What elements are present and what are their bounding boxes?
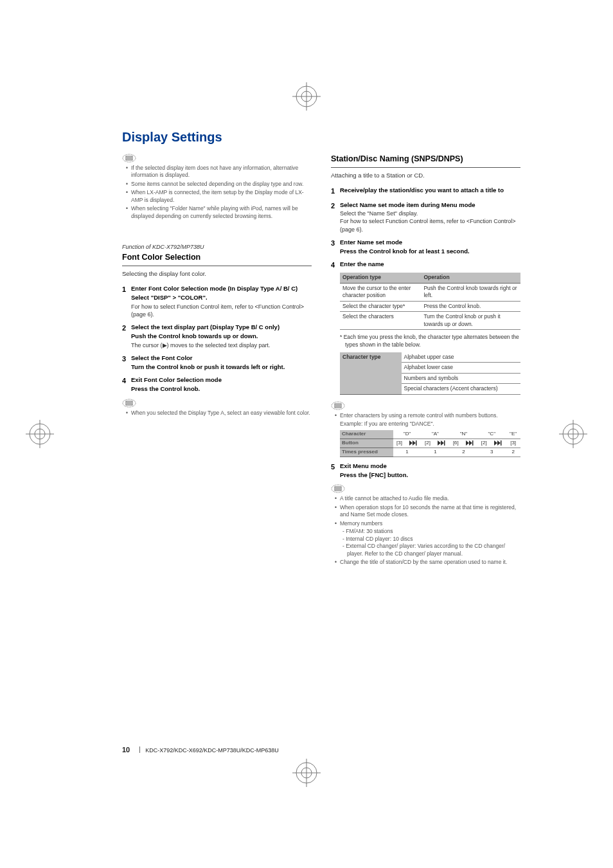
step-number: 1 [122,285,131,318]
svg-marker-37 [494,440,497,446]
table-cell: Alphabet upper case [402,352,520,363]
svg-marker-31 [438,440,441,446]
divider [331,167,520,168]
step: 3 Select the Font Color Turn the Control… [122,354,312,372]
step-desc: Select the "Name Set" display. For how t… [340,210,520,233]
step-desc: For how to select Function Control item,… [131,303,312,318]
note-item: Memory numbers - FM/AM: 30 stations - In… [335,520,520,557]
note-item: Change the title of station/CD by the sa… [335,559,520,566]
step-title: Select Name set mode item during Menu mo… [340,201,520,210]
step-action: Turn the Control knob or push it towards… [131,363,312,372]
note-icon [122,399,134,408]
step-title: Enter Font Color Selection mode (In Disp… [131,285,312,293]
note-icon [122,154,134,163]
svg-marker-34 [466,440,469,446]
topic-title: Font Color Selection [122,252,312,263]
step: 3 Enter Name set mode Press the Control … [331,239,520,256]
svg-rect-30 [416,440,417,446]
step-action: Push the Control knob towards up or down… [131,332,312,341]
right-column: Station/Disc Naming (SNPS/DNPS) Attachin… [331,154,520,568]
svg-point-20 [123,399,136,407]
svg-rect-33 [444,440,445,446]
topic-lead: Selecting the display font color. [122,270,312,278]
table-cell: "C" [477,430,506,439]
footer-divider [139,746,140,753]
table-cell: "E" [506,430,520,439]
svg-marker-38 [497,440,501,446]
registration-mark-left [26,420,54,448]
step: 4 Exit Font Color Selection mode Press t… [122,376,312,393]
registration-mark-bottom [292,759,321,787]
step: 4 Enter the name [331,260,520,270]
table-header: Times pressed [340,448,393,457]
skip-icon [405,439,421,448]
step-number: 5 [331,462,340,480]
table-cell: Select the characters [340,312,421,330]
table-cell: 2 [449,448,477,457]
step: 5 Exit Menu mode Press the [FNC] button. [331,462,520,480]
footnote: * Each time you press the knob, the char… [340,334,520,348]
table-cell: "D" [393,430,422,439]
svg-point-16 [123,154,136,162]
step: 2 Select the text display part (Display … [122,323,312,349]
svg-marker-32 [441,440,444,446]
left-column: If the selected display item does not ha… [122,154,312,568]
note-icon [331,484,342,493]
table-cell: "N" [449,430,477,439]
step-number: 3 [122,354,131,372]
footer-models: KDC-X792/KDC-X692/KDC-MP738U/KDC-MP638U [145,747,279,754]
step-number: 4 [331,260,340,270]
table-header: Character type [340,352,402,394]
note-item: When operation stops for 10 seconds the … [335,504,520,519]
table-cell: [3] [506,439,520,448]
svg-marker-28 [409,440,413,446]
note-item: Some items cannot be selected depending … [126,181,312,188]
svg-point-40 [332,485,344,493]
step-title: Enter the name [340,260,520,269]
page-footer: 10 KDC-X792/KDC-X692/KDC-MP738U/KDC-MP63… [122,746,279,754]
svg-rect-36 [472,440,474,446]
step-title: Select the text display part (Display Ty… [131,323,312,332]
step-title: Receive/play the station/disc you want t… [340,186,520,195]
table-cell: 1 [422,448,450,457]
step-title: Enter Name set mode [340,239,520,247]
skip-icon [462,439,477,448]
step-number: 4 [122,376,131,393]
step-action: Select "DISP" > "COLOR". [131,294,312,302]
table-cell: Alphabet lower case [402,363,520,373]
table-cell: 2 [506,448,520,457]
note-item: A title cannot be attached to Audio file… [335,495,520,502]
function-of-label: Function of KDC-X792/MP738U [122,243,312,251]
skip-icon [434,439,449,448]
table-cell: Push the Control knob towards right or l… [421,283,520,301]
step-desc: The cursor (▶) moves to the selected tex… [131,341,312,349]
divider [122,266,312,266]
note-item: When you selected the Display Type A, se… [126,410,312,417]
page-number: 10 [122,746,130,754]
note-icon [331,401,342,410]
step-title: Select the Font Color [131,354,312,363]
table-cell: Numbers and symbols [402,373,520,383]
operation-table: Operation type Operation Move the cursor… [340,273,520,330]
svg-marker-35 [469,440,472,446]
svg-rect-17 [126,156,132,160]
sub-item: - External CD changer/ player: Varies ac… [342,543,520,557]
table-cell: Press the Control knob. [421,301,520,311]
section-title: Display Settings [122,130,520,145]
table-header: Character [340,430,393,439]
step: 1 Enter Font Color Selection mode (In Di… [122,285,312,318]
step-number: 1 [331,186,340,196]
table-header: Operation [421,273,520,283]
table-cell: [2] [477,439,490,448]
intro-notes: If the selected display item does not ha… [122,165,312,220]
note-text: Enter characters by using a remote contr… [340,412,498,419]
svg-rect-25 [335,404,341,408]
registration-mark-right [559,420,587,448]
step: 1 Receive/play the station/disc you want… [331,186,520,196]
step-number: 3 [331,239,340,256]
step-number: 2 [331,201,340,233]
example-lead: Example: If you are entering "DANCE". [340,420,520,428]
note-text: Memory numbers [340,520,382,527]
sub-item: - FM/AM: 30 stations [342,528,520,535]
sub-item: - Internal CD player: 10 discs [342,536,520,543]
